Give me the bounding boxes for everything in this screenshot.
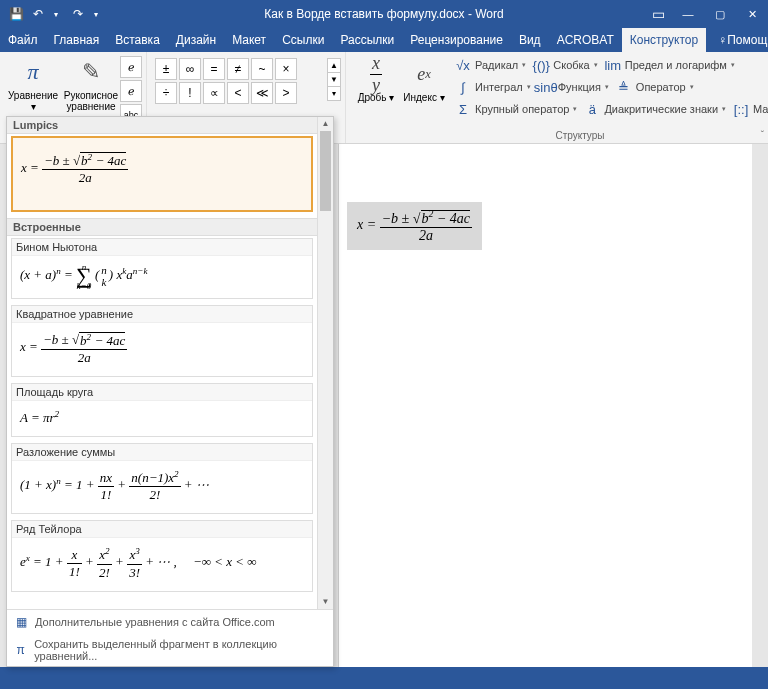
maximize-button[interactable]: ▢	[704, 0, 736, 28]
equation-gallery-dropdown: Lumpics x = −b ± √b2 − 4ac2a Встроенные …	[6, 116, 334, 667]
sym-tilde[interactable]: ~	[251, 58, 273, 80]
more-equations-link[interactable]: ▦ Дополнительные уравнения с сайта Offic…	[7, 610, 333, 634]
pi-small-icon: π	[13, 642, 28, 658]
redo-icon[interactable]: ↷	[68, 4, 88, 24]
largeop-button[interactable]: ΣКрупный оператор▾	[454, 100, 577, 118]
professional-icon[interactable]: ℯ	[120, 56, 142, 78]
tab-constructor[interactable]: Конструктор	[622, 28, 706, 52]
operator-icon: ≜	[615, 78, 633, 96]
sym-neq[interactable]: ≠	[227, 58, 249, 80]
limit-icon: lim	[604, 56, 622, 74]
undo-icon[interactable]: ↶	[28, 4, 48, 24]
title-bar: 💾 ↶ ▾ ↷ ▾ Как в Ворде вставить формулу.d…	[0, 0, 768, 28]
item-title: Квадратное уравнение	[12, 306, 312, 323]
save-icon[interactable]: 💾	[6, 4, 26, 24]
sym-ll[interactable]: ≪	[251, 82, 273, 104]
symbol-down-icon[interactable]: ▼	[327, 72, 341, 87]
ribbon-options-icon[interactable]: ▭	[644, 0, 672, 28]
gallery-scrollbar[interactable]: ▲ ▼	[317, 117, 333, 609]
equation-preview: (x + a)n = ∑nk=0 (nk) xkan−k	[12, 256, 312, 298]
document-page[interactable]: x = −b ± √b2 − 4ac2a	[338, 144, 752, 667]
fraction-button[interactable]: xy Дробь ▾	[354, 56, 398, 118]
function-button[interactable]: sinθФункция▾	[537, 78, 609, 96]
equation-label: Уравнение▾	[8, 90, 58, 112]
tab-home[interactable]: Главная	[46, 28, 108, 52]
integral-icon: ∫	[454, 78, 472, 96]
limit-button[interactable]: limПредел и логарифм▾	[604, 56, 735, 74]
sym-times[interactable]: ×	[275, 58, 297, 80]
pi-icon: π	[17, 56, 49, 88]
more-equations-label: Дополнительные уравнения с сайта Office.…	[35, 616, 275, 628]
radical-icon: √x	[454, 56, 472, 74]
save-selection-link[interactable]: π Сохранить выделенный фрагмент в коллек…	[7, 634, 333, 666]
equation-button[interactable]: π Уравнение▾	[4, 54, 62, 112]
tab-mailings[interactable]: Рассылки	[332, 28, 402, 52]
tab-tell-me[interactable]: ♀ Помощн	[710, 28, 768, 52]
window-controls: ▭ — ▢ ✕	[644, 0, 768, 28]
sym-div[interactable]: ÷	[155, 82, 177, 104]
radical-button[interactable]: √xРадикал▾	[454, 56, 526, 74]
tab-file[interactable]: Файл	[0, 28, 46, 52]
equation-preview: x = −b ± √b2 − 4ac2a	[13, 138, 311, 210]
tab-tell-me-label: Помощн	[727, 33, 768, 47]
tab-references[interactable]: Ссылки	[274, 28, 332, 52]
gallery-item-quad[interactable]: Квадратное уравнение x = −b ± √b2 − 4ac2…	[11, 305, 313, 376]
tab-view[interactable]: Вид	[511, 28, 549, 52]
sym-pm[interactable]: ±	[155, 58, 177, 80]
scroll-down-icon[interactable]: ▼	[318, 595, 333, 609]
pen-icon: ✎	[75, 56, 107, 88]
tab-design[interactable]: Дизайн	[168, 28, 224, 52]
gallery-item-taylor[interactable]: Ряд Тейлора ex = 1 + x1! + x22! + x33! +…	[11, 520, 313, 591]
gallery-footer: ▦ Дополнительные уравнения с сайта Offic…	[7, 609, 333, 666]
matrix-button[interactable]: [::]Матрица▾	[732, 100, 768, 118]
fraction-label: Дробь	[358, 92, 387, 103]
script-label: Индекс	[403, 92, 437, 103]
equation-in-document[interactable]: x = −b ± √b2 − 4ac2a	[347, 202, 482, 250]
sym-inf[interactable]: ∞	[179, 58, 201, 80]
bracket-button[interactable]: {()}Скобка▾	[532, 56, 597, 74]
gallery-item-expand[interactable]: Разложение суммы (1 + x)n = 1 + nx1! + n…	[11, 443, 313, 514]
qat-customize-icon[interactable]: ▾	[86, 4, 106, 24]
struct-big-buttons: xy Дробь ▾ ex Индекс ▾	[350, 54, 450, 120]
bracket-icon: {()}	[532, 56, 550, 74]
symbol-up-icon[interactable]: ▲	[327, 58, 341, 73]
item-title: Бином Ньютона	[12, 239, 312, 256]
equation-preview: x = −b ± √b2 − 4ac2a	[12, 323, 312, 375]
script-icon: ex	[408, 58, 440, 90]
integral-button[interactable]: ∫Интеграл▾	[454, 78, 531, 96]
ribbon-collapse-icon[interactable]: ˇ	[761, 130, 764, 141]
equation-preview: (1 + x)n = 1 + nx1! + n(n−1)x22! + ⋯	[12, 461, 312, 513]
office-icon: ▦	[13, 614, 29, 630]
ribbon-tabs: Файл Главная Вставка Дизайн Макет Ссылки…	[0, 28, 768, 52]
undo-dropdown-icon[interactable]: ▾	[46, 4, 66, 24]
scroll-up-icon[interactable]: ▲	[318, 117, 333, 131]
tab-insert[interactable]: Вставка	[107, 28, 168, 52]
sym-prop[interactable]: ∝	[203, 82, 225, 104]
gallery-item-circle[interactable]: Площадь круга A = πr2	[11, 383, 313, 437]
operator-button[interactable]: ≜Оператор▾	[615, 78, 694, 96]
group-structures: xy Дробь ▾ ex Индекс ▾ √xРадикал▾ {()}Ск…	[346, 52, 768, 143]
matrix-icon: [::]	[732, 100, 750, 118]
gallery-item-binom[interactable]: Бином Ньютона (x + a)n = ∑nk=0 (nk) xkan…	[11, 238, 313, 299]
item-title: Ряд Тейлора	[12, 521, 312, 538]
sym-lt[interactable]: <	[227, 82, 249, 104]
group-structures-label: Структуры	[350, 129, 768, 143]
tab-layout[interactable]: Макет	[224, 28, 274, 52]
category-lumpics: Lumpics	[7, 117, 317, 134]
scroll-thumb[interactable]	[320, 131, 331, 211]
item-title: Разложение суммы	[12, 444, 312, 461]
tab-acrobat[interactable]: ACROBAT	[549, 28, 622, 52]
minimize-button[interactable]: —	[672, 0, 704, 28]
accent-button[interactable]: äДиакритические знаки▾	[583, 100, 726, 118]
sym-eq[interactable]: =	[203, 58, 225, 80]
accent-icon: ä	[583, 100, 601, 118]
sym-fact[interactable]: !	[179, 82, 201, 104]
symbol-more-icon[interactable]: ▾	[327, 86, 341, 101]
tab-review[interactable]: Рецензирование	[402, 28, 511, 52]
sym-gt[interactable]: >	[275, 82, 297, 104]
close-button[interactable]: ✕	[736, 0, 768, 28]
gallery-item-lumpics-quad[interactable]: x = −b ± √b2 − 4ac2a	[11, 136, 313, 212]
script-button[interactable]: ex Индекс ▾	[402, 56, 446, 118]
linear-icon[interactable]: ℯ	[120, 80, 142, 102]
ink-equation-button[interactable]: ✎ Рукописное уравнение	[62, 54, 120, 112]
